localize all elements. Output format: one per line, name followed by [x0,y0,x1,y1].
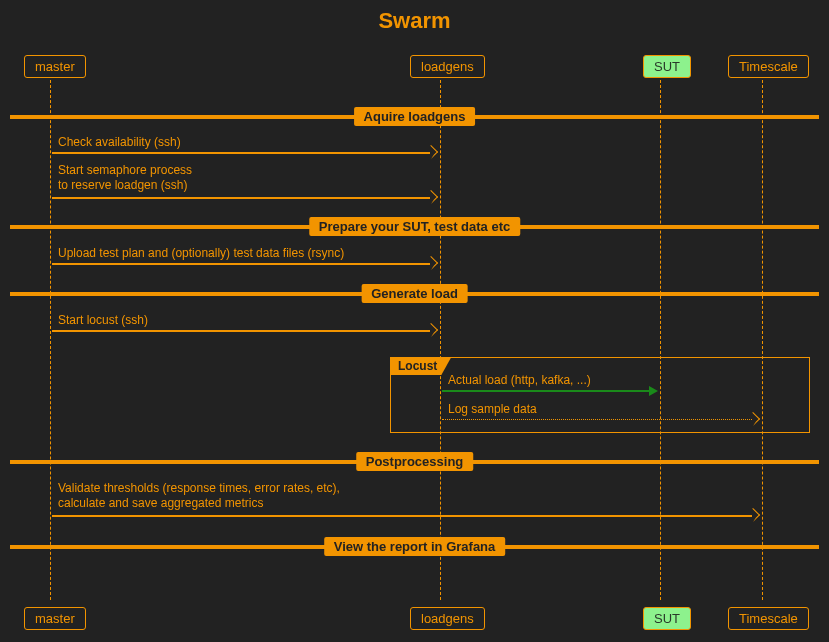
arrow-head [649,386,658,396]
lifeline-sut [660,80,661,600]
msg-upload: Upload test plan and (optionally) test d… [58,246,344,261]
msg-start-locust: Start locust (ssh) [58,313,148,328]
msg-semaphore: Start semaphore process to reserve loadg… [58,163,192,193]
divider-view: View the report in Grafana [324,537,506,556]
arrow-head [424,323,438,337]
divider-generate: Generate load [361,284,468,303]
participant-master-bottom: master [24,607,86,630]
participant-loadgens-top: loadgens [410,55,485,78]
diagram-title: Swarm [0,8,829,34]
msg-actual-load: Actual load (http, kafka, ...) [448,373,591,388]
arrow [52,515,752,517]
arrow-head [424,145,438,159]
msg-validate: Validate thresholds (response times, err… [58,481,340,511]
arrow-head [424,190,438,204]
participant-loadgens-bottom: loadgens [410,607,485,630]
arrow [52,263,430,265]
arrow [442,419,752,420]
msg-log-sample: Log sample data [448,402,537,417]
divider-post: Postprocessing [356,452,474,471]
participant-timescale-bottom: Timescale [728,607,809,630]
locust-box: Locust [390,357,810,433]
arrow [52,197,430,199]
lifeline-timescale [762,80,763,600]
lifeline-master [50,80,51,600]
arrow-head [746,508,760,522]
participant-sut-top: SUT [643,55,691,78]
divider-prepare: Prepare your SUT, test data etc [309,217,520,236]
participant-sut-bottom: SUT [643,607,691,630]
participant-timescale-top: Timescale [728,55,809,78]
arrow-head [424,256,438,270]
divider-aquire: Aquire loadgens [354,107,476,126]
lifeline-loadgens [440,80,441,600]
msg-check: Check availability (ssh) [58,135,181,150]
arrow [52,330,430,332]
arrow [442,390,650,392]
arrow [52,152,430,154]
locust-box-label: Locust [390,357,451,375]
participant-master-top: master [24,55,86,78]
